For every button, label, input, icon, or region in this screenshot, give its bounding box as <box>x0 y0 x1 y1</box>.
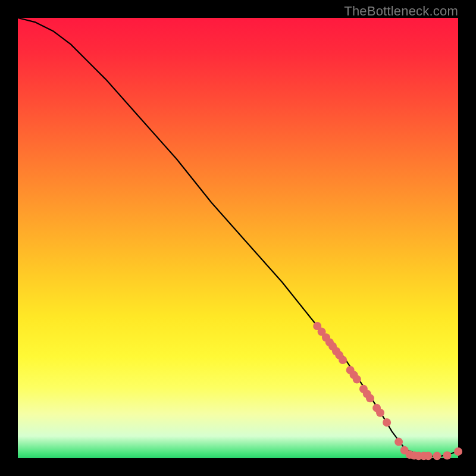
chart-overlay <box>18 18 458 458</box>
sample-point <box>383 418 391 427</box>
sample-point <box>443 452 452 460</box>
sample-point <box>394 438 403 446</box>
sample-points-group <box>313 322 462 460</box>
sample-point <box>353 375 361 384</box>
chart-frame: TheBottleneck.com <box>0 0 476 476</box>
sample-point <box>424 452 433 460</box>
sample-point <box>366 394 374 402</box>
sample-point <box>376 409 384 417</box>
bottleneck-curve <box>18 18 458 456</box>
watermark-text: TheBottleneck.com <box>344 4 458 19</box>
sample-point <box>433 452 441 460</box>
sample-point <box>339 356 347 364</box>
sample-point <box>454 447 462 456</box>
